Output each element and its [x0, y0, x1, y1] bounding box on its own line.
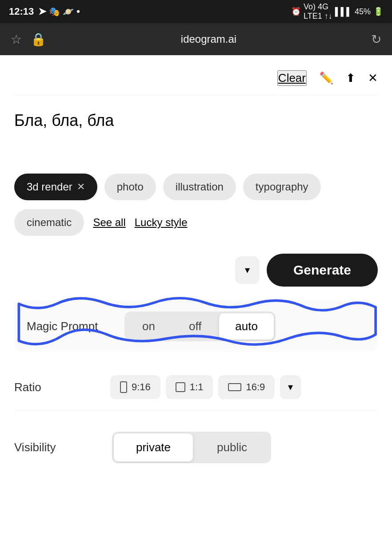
tag-typography-label: typography — [256, 181, 308, 193]
tag-typography[interactable]: typography — [243, 174, 321, 200]
visibility-public-label: public — [217, 441, 247, 454]
tag-illustration[interactable]: illustration — [163, 174, 236, 200]
battery-icon: 🔋 — [373, 7, 383, 16]
prompt-text[interactable]: Бла, бла, бла — [14, 111, 114, 129]
clear-button[interactable]: Clear — [277, 70, 307, 86]
main-content: Clear ✏️ ⬆ ✕ Бла, бла, бла 3d render ✕ p… — [0, 55, 392, 485]
edit-button[interactable]: ✏️ — [319, 71, 333, 85]
magic-prompt-auto-label: auto — [235, 320, 258, 333]
status-right: ⏰ Vo) 4GLTE1 ↑↓ ▌▌▌ 45% 🔋 — [291, 2, 383, 21]
ratio-portrait-label: 9:16 — [132, 381, 151, 393]
ratio-section: Ratio 9:16 1:1 16:9 ▾ — [14, 364, 378, 410]
tag-3d-render-label: 3d render — [27, 181, 72, 193]
tag-photo[interactable]: photo — [104, 174, 156, 200]
toolbar: Clear ✏️ ⬆ ✕ — [14, 66, 378, 95]
lock-icon: 🔒 — [31, 32, 46, 47]
dropdown-arrow-icon: ▾ — [245, 264, 250, 276]
signal-bars: ▌▌▌ — [335, 7, 352, 16]
ratio-label: Ratio — [14, 380, 103, 394]
ratio-square-label: 1:1 — [190, 381, 204, 393]
magic-prompt-off[interactable]: off — [173, 313, 217, 340]
status-time-area: 12:13 ➤ 🎭 🪐 • — [9, 6, 80, 17]
app-icon-1: 🎭 — [49, 6, 60, 17]
visibility-label: Visibility — [14, 441, 103, 454]
upload-button[interactable]: ⬆ — [346, 71, 356, 85]
visibility-toggle-group: private public — [112, 432, 271, 463]
tag-3d-render[interactable]: 3d render ✕ — [14, 174, 97, 200]
browser-left-icons: ☆ 🔒 — [11, 32, 46, 47]
dot-icon: • — [76, 6, 80, 17]
tag-3d-render-remove[interactable]: ✕ — [77, 181, 85, 193]
ratio-more-icon: ▾ — [288, 381, 293, 392]
ratio-options: 9:16 1:1 16:9 ▾ — [110, 375, 378, 399]
magic-prompt-on[interactable]: on — [126, 313, 171, 340]
browser-bar: ☆ 🔒 ideogram.ai ↻ — [0, 23, 392, 55]
app-icon-2: 🪐 — [63, 6, 74, 17]
prompt-area: Бла, бла, бла — [14, 106, 378, 159]
close-button[interactable]: ✕ — [368, 71, 378, 85]
landscape-icon — [228, 383, 241, 391]
ratio-landscape-label: 16:9 — [246, 381, 265, 393]
visibility-row: Visibility private public — [14, 432, 378, 463]
style-tags: 3d render ✕ photo illustration typograph… — [14, 174, 378, 200]
battery-level: 45% — [355, 7, 371, 16]
ratio-portrait-btn[interactable]: 9:16 — [110, 375, 160, 399]
magic-prompt-on-label: on — [142, 320, 155, 333]
status-icons: ➤ 🎭 🪐 • — [38, 6, 80, 17]
tag-cinematic-label: cinematic — [27, 216, 72, 228]
magic-prompt-section: Magic Prompt on off auto — [14, 301, 378, 352]
ratio-row: Ratio 9:16 1:1 16:9 ▾ — [14, 375, 378, 399]
ratio-landscape-btn[interactable]: 16:9 — [218, 375, 275, 399]
tag-illustration-label: illustration — [176, 181, 224, 193]
see-all-link[interactable]: See all — [93, 216, 125, 229]
magic-prompt-wrapper: Magic Prompt on off auto — [14, 301, 378, 352]
generate-button[interactable]: Generate — [267, 254, 378, 287]
visibility-public-btn[interactable]: public — [195, 433, 269, 461]
magic-prompt-label: Magic Prompt — [27, 320, 116, 333]
visibility-private-btn[interactable]: private — [114, 433, 193, 461]
reload-icon[interactable]: ↻ — [371, 32, 381, 47]
square-icon — [176, 382, 185, 392]
navigation-icon: ➤ — [38, 6, 46, 17]
status-bar: 12:13 ➤ 🎭 🪐 • ⏰ Vo) 4GLTE1 ↑↓ ▌▌▌ 45% 🔋 — [0, 0, 392, 23]
ratio-more-btn[interactable]: ▾ — [280, 375, 301, 399]
portrait-icon — [120, 381, 127, 393]
ratio-square-btn[interactable]: 1:1 — [166, 375, 213, 399]
magic-prompt-toggle-group: on off auto — [124, 312, 276, 341]
style-links-row: cinematic See all Lucky style — [14, 209, 378, 236]
browser-url[interactable]: ideogram.ai — [46, 33, 371, 45]
magic-prompt-off-label: off — [189, 320, 201, 333]
generate-row: ▾ Generate — [14, 254, 378, 287]
alarm-icon: ⏰ — [291, 7, 301, 16]
options-dropdown[interactable]: ▾ — [235, 256, 260, 284]
status-time: 12:13 — [9, 6, 34, 17]
tag-photo-label: photo — [117, 181, 144, 193]
visibility-section: Visibility private public — [14, 421, 378, 474]
bookmark-icon[interactable]: ☆ — [11, 32, 22, 47]
magic-prompt-auto[interactable]: auto — [219, 313, 274, 340]
signal-text: Vo) 4GLTE1 ↑↓ — [304, 2, 332, 21]
visibility-private-label: private — [136, 441, 171, 454]
tag-cinematic[interactable]: cinematic — [14, 209, 84, 236]
lucky-style-link[interactable]: Lucky style — [135, 216, 188, 229]
